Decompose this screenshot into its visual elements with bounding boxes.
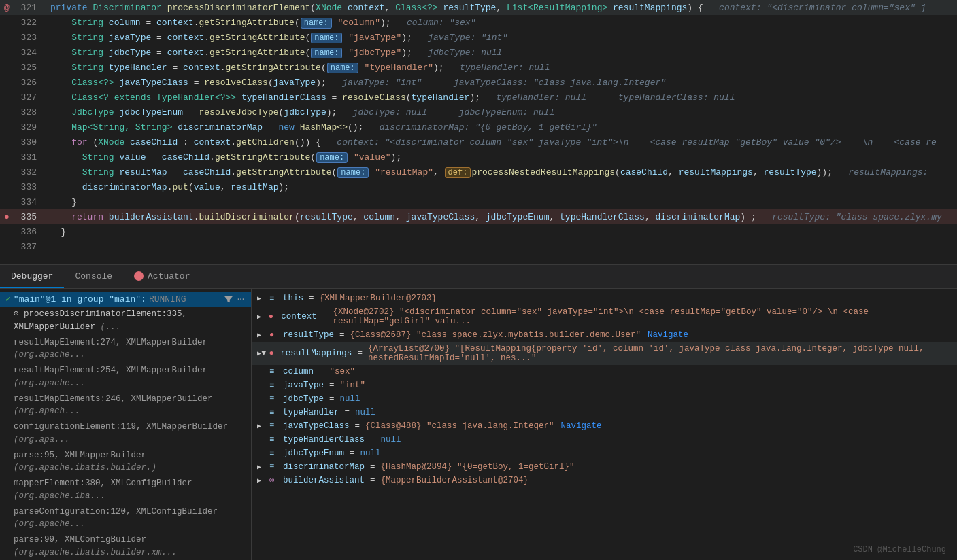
var-val-jdbctypeenum: null [360, 449, 381, 458]
linenum-322: 322 [14, 18, 48, 28]
linecontent-330: for (XNode caseChild : context.getChildr… [48, 137, 952, 147]
linenum-329: 329 [14, 122, 48, 133]
var-context[interactable]: ● context = {XNode@2702} "<discriminator… [252, 305, 957, 328]
var-name-resultmappings: resultMappings [280, 349, 352, 358]
linenum-328: 328 [14, 107, 48, 118]
var-name-jdbctypeenum: jdbcTypeEnum [283, 449, 344, 458]
var-javatype[interactable]: ≡ javaType = "int" [252, 379, 957, 392]
code-line-335: ● 335 return builderAssistant.buildDiscr… [0, 209, 957, 224]
var-eq-jdbctype: = [329, 394, 335, 404]
linecontent-323: String javaType = context.getStringAttri… [48, 33, 952, 43]
linenum-321: 321 [14, 3, 48, 13]
stack-frame-4[interactable]: configurationElement:119, XMLMapperBuild… [0, 419, 251, 448]
code-line-325: 325 String typeHandler = context.getStri… [0, 60, 957, 75]
code-line-334: 334 } [0, 194, 957, 209]
var-jdbctypeenum[interactable]: ≡ jdbcTypeEnum = null [252, 447, 957, 460]
expand-context[interactable] [257, 312, 266, 321]
var-eq-column: = [319, 367, 324, 377]
expand-builderassistant[interactable] [257, 476, 267, 485]
var-val-column: "sex" [330, 367, 356, 377]
thread-name: "main"@1 in group "main": [14, 294, 146, 304]
stack-frame-7[interactable]: parseConfiguration:120, XMLConfigBuilder… [0, 504, 251, 533]
linenum-336: 336 [14, 227, 48, 237]
var-val-javatypeclass: {Class@488} "class java.lang.Integer" [365, 421, 554, 431]
var-icon-eq-this: ≡ [269, 294, 280, 303]
expand-discriminatormap[interactable] [257, 462, 267, 472]
code-line-337: 337 [0, 239, 957, 254]
var-icon-err-context: ● [269, 312, 279, 321]
var-icon-eq-jdbctypeenum: ≡ [269, 449, 280, 458]
var-val-builderassistant: {MapperBuilderAssistant@2704} [381, 476, 529, 485]
code-line-331: 331 String value = caseChild.getStringAt… [0, 150, 957, 164]
code-lines: @ 321 private Discriminator processDiscr… [0, 0, 957, 254]
stack-frame-8[interactable]: parse:99, XMLConfigBuilder (org.apache.i… [0, 532, 251, 560]
stack-frame-3[interactable]: resultMapElements:246, XMLMapperBuilder … [0, 391, 251, 420]
var-jdbctype[interactable]: ≡ jdbcType = null [252, 392, 957, 406]
var-column[interactable]: ≡ column = "sex" [252, 365, 957, 379]
stack-frame-1[interactable]: resultMapElement:274, XMLMapperBuilder (… [0, 335, 251, 364]
tab-debugger[interactable]: Debugger [0, 265, 64, 288]
expand-javatypeclass[interactable] [257, 421, 267, 431]
navigate-javatypeclass[interactable]: Navigate [561, 421, 602, 431]
var-resultmappings[interactable]: ▼ ● resultMappings = {ArrayList@2700} "[… [252, 342, 957, 365]
expand-resultmappings[interactable]: ▼ [257, 349, 267, 358]
var-val-this: {XMLMapperBuilder@2703} [320, 294, 437, 303]
var-eq-javatypeclass: = [355, 421, 360, 431]
var-eq-javatype: = [329, 381, 335, 390]
var-this[interactable]: ≡ this = {XMLMapperBuilder@2703} [252, 292, 957, 305]
var-val-context: {XNode@2702} "<discriminator column="sex… [333, 307, 952, 326]
var-eq-typehandlerclass: = [370, 435, 375, 444]
var-typehandlerclass[interactable]: ≡ typeHandlerClass = null [252, 433, 957, 447]
var-name-resulttype: resultType [283, 330, 334, 340]
var-icon-eq-javatypeclass: ≡ [269, 421, 280, 431]
linecontent-335: return builderAssistant.buildDiscriminat… [48, 212, 952, 222]
var-name-context: context [281, 312, 317, 321]
stack-frame-0[interactable]: ⊙ processDiscriminatorElement:335, XMLMa… [0, 307, 251, 335]
code-line-327: 327 Class<? extends TypeHandler<?>> type… [0, 90, 957, 105]
tab-console[interactable]: Console [64, 265, 123, 288]
linecontent-334: } [48, 197, 952, 207]
stack-frame-2[interactable]: resultMapElement:254, XMLMapperBuilder (… [0, 363, 251, 391]
actuator-icon [134, 271, 144, 281]
var-javatypeclass[interactable]: ≡ javaTypeClass = {Class@488} "class jav… [252, 419, 957, 433]
linecontent-327: Class<? extends TypeHandler<?>> typeHand… [48, 92, 952, 103]
linenum-334: 334 [14, 197, 48, 207]
code-line-329: 329 Map<String, String> discriminatorMap… [0, 120, 957, 135]
gutter-321: @ [0, 3, 14, 13]
stack-frame-5[interactable]: parse:95, XMLMapperBuilder (org.apache.i… [0, 448, 251, 476]
var-val-jdbctype: null [340, 394, 360, 404]
var-typehandler[interactable]: ≡ typeHandler = null [252, 406, 957, 419]
code-line-322: 322 String column = context.getStringAtt… [0, 15, 957, 30]
linecontent-333: discriminatorMap.put(value, resultMap); [48, 182, 952, 192]
expand-this[interactable] [257, 294, 267, 303]
var-builderassistant[interactable]: ∞ builderAssistant = {MapperBuilderAssis… [252, 474, 957, 487]
linecontent-321: private Discriminator processDiscriminat… [48, 3, 952, 13]
code-line-332: 332 String resultMap = caseChild.getStri… [0, 164, 957, 179]
thread-item[interactable]: ✓ "main"@1 in group "main": RUNNING [0, 292, 251, 307]
watermark: CSDN @MichelleChung [853, 545, 946, 555]
tab-actuator[interactable]: Actuator [123, 265, 201, 288]
var-name-builderassistant: builderAssistant [283, 476, 365, 485]
linecontent-325: String typeHandler = context.getStringAt… [48, 63, 952, 73]
var-resulttype[interactable]: ● resultType = {Class@2687} "class space… [252, 328, 957, 342]
stack-method-7: parseConfiguration:120, XMLConfigBuilder… [14, 506, 246, 531]
var-eq-discriminatormap: = [370, 462, 375, 472]
code-line-324: 324 String jdbcType = context.getStringA… [0, 45, 957, 60]
var-eq-context: = [322, 312, 328, 321]
stack-method-0: ⊙ processDiscriminatorElement:335, XMLMa… [14, 308, 246, 334]
stack-frame-6[interactable]: mapperElement:380, XMLConfigBuilder (org… [0, 476, 251, 504]
expand-resulttype[interactable] [257, 330, 267, 340]
linenum-331: 331 [14, 152, 48, 162]
stack-method-5: parse:95, XMLMapperBuilder (org.apache.i… [14, 449, 246, 475]
var-val-discriminatormap: {HashMap@2894} "{0=getBoy, 1=getGirl}" [381, 462, 575, 472]
var-icon-eq-jdbctype: ≡ [269, 394, 280, 404]
filter-icon[interactable] [224, 294, 246, 304]
var-name-typehandler: typeHandler [283, 408, 339, 417]
var-icon-eq-typehandlerclass: ≡ [269, 435, 280, 444]
var-val-resultmappings: {ArrayList@2700} "[ResultMapping{propert… [368, 344, 952, 363]
navigate-resulttype[interactable]: Navigate [648, 330, 688, 340]
var-discriminatormap[interactable]: ≡ discriminatorMap = {HashMap@2894} "{0=… [252, 460, 957, 474]
linenum-323: 323 [14, 33, 48, 43]
var-eq-this: = [309, 294, 314, 303]
stack-method-8: parse:99, XMLConfigBuilder (org.apache.i… [14, 533, 246, 559]
